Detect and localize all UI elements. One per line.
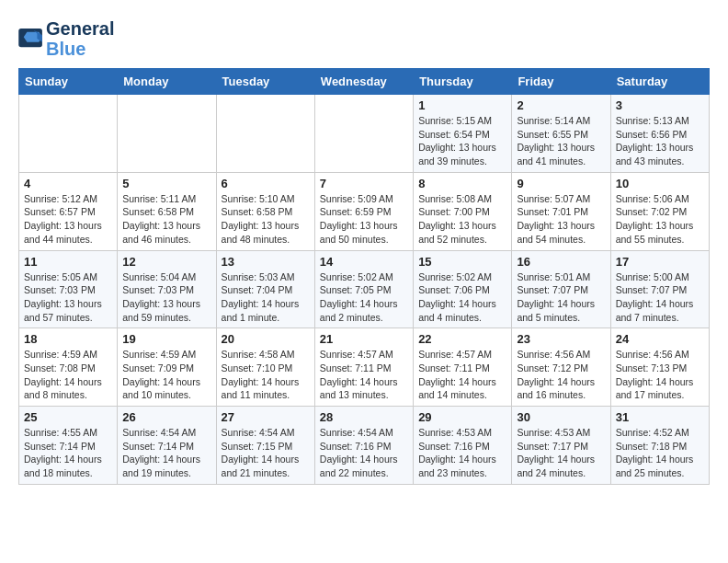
calendar-row: 4Sunrise: 5:12 AM Sunset: 6:57 PM Daylig…	[19, 172, 710, 250]
day-number: 11	[24, 255, 112, 269]
day-number: 15	[418, 255, 506, 269]
day-info: Sunrise: 5:12 AM Sunset: 6:57 PM Dayligh…	[24, 192, 112, 247]
calendar-cell: 1Sunrise: 5:15 AM Sunset: 6:54 PM Daylig…	[414, 95, 512, 173]
calendar-cell: 27Sunrise: 4:54 AM Sunset: 7:15 PM Dayli…	[216, 407, 314, 485]
logo-text-general: General	[46, 18, 114, 39]
calendar-cell: 14Sunrise: 5:02 AM Sunset: 7:05 PM Dayli…	[314, 250, 413, 328]
day-number: 29	[418, 410, 506, 424]
day-info: Sunrise: 4:53 AM Sunset: 7:17 PM Dayligh…	[517, 426, 605, 480]
weekday-header-cell: Sunday	[19, 69, 118, 95]
day-number: 7	[320, 177, 408, 190]
day-info: Sunrise: 5:03 AM Sunset: 7:04 PM Dayligh…	[222, 270, 310, 325]
day-info: Sunrise: 5:01 AM Sunset: 7:07 PM Dayligh…	[517, 270, 605, 325]
logo-icon	[18, 29, 44, 49]
day-number: 28	[320, 410, 408, 424]
day-number: 25	[24, 410, 112, 424]
calendar-cell: 3Sunrise: 5:13 AM Sunset: 6:56 PM Daylig…	[610, 95, 709, 173]
day-number: 18	[24, 332, 112, 346]
day-number: 4	[24, 177, 112, 190]
day-info: Sunrise: 4:53 AM Sunset: 7:16 PM Dayligh…	[418, 426, 506, 480]
calendar-cell: 18Sunrise: 4:59 AM Sunset: 7:08 PM Dayli…	[19, 328, 118, 407]
calendar-cell: 12Sunrise: 5:04 AM Sunset: 7:03 PM Dayli…	[118, 250, 216, 328]
weekday-header-cell: Thursday	[414, 69, 512, 95]
day-info: Sunrise: 4:55 AM Sunset: 7:14 PM Dayligh…	[24, 426, 112, 480]
day-info: Sunrise: 5:00 AM Sunset: 7:07 PM Dayligh…	[616, 270, 704, 325]
day-number: 1	[418, 98, 506, 112]
day-number: 16	[517, 255, 605, 269]
day-number: 20	[222, 332, 310, 346]
day-info: Sunrise: 5:11 AM Sunset: 6:58 PM Dayligh…	[122, 192, 210, 247]
logo: General Blue	[18, 18, 114, 59]
calendar-cell: 9Sunrise: 5:07 AM Sunset: 7:01 PM Daylig…	[512, 172, 610, 250]
calendar-cell: 23Sunrise: 4:56 AM Sunset: 7:12 PM Dayli…	[512, 328, 610, 407]
day-number: 8	[418, 177, 506, 190]
calendar-cell: 31Sunrise: 4:52 AM Sunset: 7:18 PM Dayli…	[610, 407, 709, 485]
day-number: 12	[122, 255, 210, 269]
calendar-row: 18Sunrise: 4:59 AM Sunset: 7:08 PM Dayli…	[19, 328, 710, 407]
day-info: Sunrise: 4:59 AM Sunset: 7:09 PM Dayligh…	[122, 348, 210, 402]
day-info: Sunrise: 5:06 AM Sunset: 7:02 PM Dayligh…	[616, 192, 704, 247]
logo-text-blue: Blue	[46, 39, 114, 59]
calendar-cell: 4Sunrise: 5:12 AM Sunset: 6:57 PM Daylig…	[19, 172, 118, 250]
calendar-cell: 20Sunrise: 4:58 AM Sunset: 7:10 PM Dayli…	[216, 328, 314, 407]
calendar-cell: 19Sunrise: 4:59 AM Sunset: 7:09 PM Dayli…	[118, 328, 216, 407]
day-number: 24	[616, 332, 704, 346]
day-number: 22	[418, 332, 506, 346]
calendar-cell: 26Sunrise: 4:54 AM Sunset: 7:14 PM Dayli…	[118, 407, 216, 485]
day-info: Sunrise: 5:02 AM Sunset: 7:05 PM Dayligh…	[320, 270, 408, 325]
day-info: Sunrise: 5:05 AM Sunset: 7:03 PM Dayligh…	[24, 270, 112, 325]
calendar-cell: 25Sunrise: 4:55 AM Sunset: 7:14 PM Dayli…	[19, 407, 118, 485]
calendar-cell: 13Sunrise: 5:03 AM Sunset: 7:04 PM Dayli…	[216, 250, 314, 328]
calendar-table: SundayMondayTuesdayWednesdayThursdayFrid…	[18, 68, 710, 485]
day-number: 27	[222, 410, 310, 424]
calendar-cell: 30Sunrise: 4:53 AM Sunset: 7:17 PM Dayli…	[512, 407, 610, 485]
calendar-cell: 11Sunrise: 5:05 AM Sunset: 7:03 PM Dayli…	[19, 250, 118, 328]
calendar-cell: 28Sunrise: 4:54 AM Sunset: 7:16 PM Dayli…	[314, 407, 413, 485]
day-info: Sunrise: 5:09 AM Sunset: 6:59 PM Dayligh…	[320, 192, 408, 247]
calendar-cell	[19, 95, 118, 173]
day-info: Sunrise: 4:58 AM Sunset: 7:10 PM Dayligh…	[222, 348, 310, 402]
day-number: 3	[616, 98, 704, 112]
day-info: Sunrise: 4:54 AM Sunset: 7:14 PM Dayligh…	[122, 426, 210, 480]
day-info: Sunrise: 5:14 AM Sunset: 6:55 PM Dayligh…	[517, 114, 605, 168]
calendar-cell	[118, 95, 216, 173]
day-number: 30	[517, 410, 605, 424]
day-number: 23	[517, 332, 605, 346]
calendar-cell: 8Sunrise: 5:08 AM Sunset: 7:00 PM Daylig…	[414, 172, 512, 250]
weekday-header-cell: Saturday	[610, 69, 709, 95]
weekday-header-cell: Tuesday	[216, 69, 314, 95]
day-info: Sunrise: 5:04 AM Sunset: 7:03 PM Dayligh…	[122, 270, 210, 325]
day-info: Sunrise: 4:52 AM Sunset: 7:18 PM Dayligh…	[616, 426, 704, 480]
day-info: Sunrise: 4:57 AM Sunset: 7:11 PM Dayligh…	[320, 348, 408, 402]
calendar-cell: 22Sunrise: 4:57 AM Sunset: 7:11 PM Dayli…	[414, 328, 512, 407]
calendar-cell	[314, 95, 413, 173]
day-number: 21	[320, 332, 408, 346]
day-info: Sunrise: 5:02 AM Sunset: 7:06 PM Dayligh…	[418, 270, 506, 325]
calendar-row: 1Sunrise: 5:15 AM Sunset: 6:54 PM Daylig…	[19, 95, 710, 173]
day-number: 17	[616, 255, 704, 269]
weekday-header-cell: Wednesday	[314, 69, 413, 95]
day-info: Sunrise: 4:56 AM Sunset: 7:13 PM Dayligh…	[616, 348, 704, 402]
day-info: Sunrise: 5:08 AM Sunset: 7:00 PM Dayligh…	[418, 192, 506, 247]
day-number: 14	[320, 255, 408, 269]
calendar-cell: 17Sunrise: 5:00 AM Sunset: 7:07 PM Dayli…	[610, 250, 709, 328]
day-number: 10	[616, 177, 704, 190]
calendar-row: 25Sunrise: 4:55 AM Sunset: 7:14 PM Dayli…	[19, 407, 710, 485]
day-number: 2	[517, 98, 605, 112]
day-info: Sunrise: 5:15 AM Sunset: 6:54 PM Dayligh…	[418, 114, 506, 168]
day-number: 19	[122, 332, 210, 346]
day-number: 31	[616, 410, 704, 424]
day-number: 26	[122, 410, 210, 424]
day-info: Sunrise: 4:56 AM Sunset: 7:12 PM Dayligh…	[517, 348, 605, 402]
weekday-header-cell: Monday	[118, 69, 216, 95]
day-info: Sunrise: 4:54 AM Sunset: 7:16 PM Dayligh…	[320, 426, 408, 480]
day-info: Sunrise: 4:54 AM Sunset: 7:15 PM Dayligh…	[222, 426, 310, 480]
day-info: Sunrise: 5:10 AM Sunset: 6:58 PM Dayligh…	[222, 192, 310, 247]
calendar-cell: 6Sunrise: 5:10 AM Sunset: 6:58 PM Daylig…	[216, 172, 314, 250]
calendar-cell	[216, 95, 314, 173]
calendar-cell: 16Sunrise: 5:01 AM Sunset: 7:07 PM Dayli…	[512, 250, 610, 328]
calendar-cell: 7Sunrise: 5:09 AM Sunset: 6:59 PM Daylig…	[314, 172, 413, 250]
calendar-cell: 10Sunrise: 5:06 AM Sunset: 7:02 PM Dayli…	[610, 172, 709, 250]
day-info: Sunrise: 4:57 AM Sunset: 7:11 PM Dayligh…	[418, 348, 506, 402]
day-number: 13	[222, 255, 310, 269]
